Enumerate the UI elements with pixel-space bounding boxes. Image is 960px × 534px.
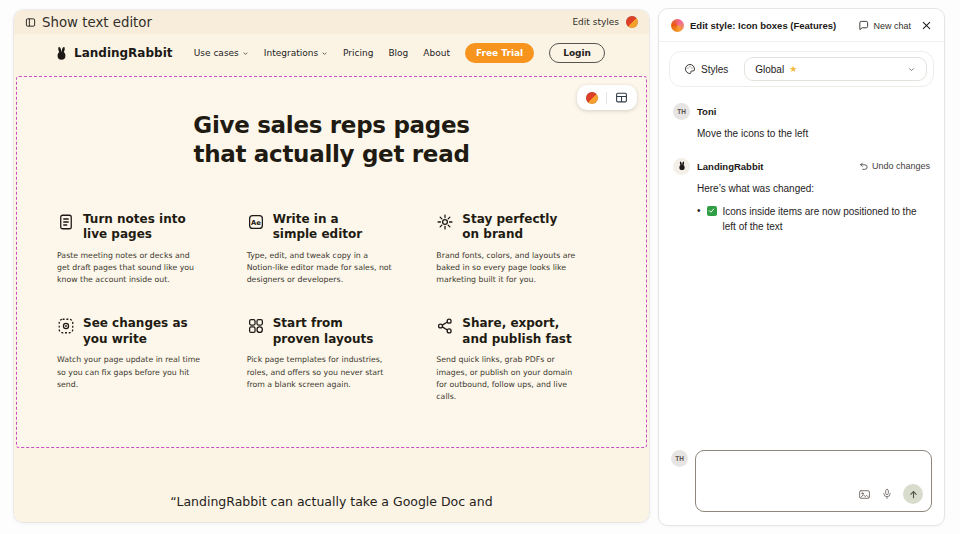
brand-icon <box>436 213 454 231</box>
site-header: LandingRabbit Use cases Integrations Pri… <box>14 34 649 72</box>
chevron-down-icon <box>907 65 916 74</box>
chat-input[interactable] <box>695 450 932 512</box>
style-controls: Styles Global ★ <box>669 51 934 87</box>
section-style-button[interactable] <box>586 92 598 104</box>
feature-description: Watch your page update in real time so y… <box>57 354 205 390</box>
notes-icon <box>57 213 75 231</box>
send-message-button[interactable] <box>903 484 923 504</box>
chevron-down-icon <box>242 50 249 57</box>
section-color-icon <box>586 92 598 104</box>
undo-changes-label: Undo changes <box>872 161 930 171</box>
features-grid: Turn notes into live pages Paste meeting… <box>17 212 646 403</box>
feature-card: Turn notes into live pages Paste meeting… <box>57 212 205 286</box>
nav-item-use-cases[interactable]: Use cases <box>194 48 249 58</box>
user-name: Toni <box>697 106 716 117</box>
panel-header: Edit style: Icon boxes (Features) New ch… <box>659 9 944 42</box>
chat-message-assistant: LandingRabbit Undo changes Here’s what w… <box>673 158 930 235</box>
free-trial-button[interactable]: Free Trial <box>465 43 534 63</box>
styles-button[interactable]: Styles <box>676 58 736 80</box>
close-panel-button[interactable] <box>921 20 932 31</box>
feature-description: Brand fonts, colors, and layouts are bak… <box>436 250 584 286</box>
site-preview: LandingRabbit Use cases Integrations Pri… <box>14 34 649 522</box>
user-avatar: TH <box>671 450 688 467</box>
theme-color-icon[interactable] <box>626 16 638 28</box>
nav-item-blog[interactable]: Blog <box>388 48 408 58</box>
hero-title-line1: Give sales reps pages <box>17 111 646 140</box>
change-item-text: Icons inside items are now positioned to… <box>723 204 930 234</box>
feature-title: Turn notes into live pages <box>83 212 191 243</box>
section-layout-button[interactable] <box>615 91 628 104</box>
nav-item-about[interactable]: About <box>423 48 450 58</box>
attach-image-button[interactable] <box>858 488 871 501</box>
panel-title: Edit style: Icon boxes (Features) <box>690 20 852 31</box>
feature-card: See changes as you write Watch your page… <box>57 316 205 403</box>
feature-description: Pick page templates for industries, role… <box>247 354 395 390</box>
new-chat-button[interactable]: New chat <box>858 20 911 31</box>
chat-bubble-icon <box>858 20 869 31</box>
scope-value: Global <box>755 64 784 75</box>
layout-grid-icon <box>615 91 628 104</box>
feature-card: Share, export, and publish fast Send qui… <box>436 316 584 403</box>
app-window: Show text editor Edit styles LandingRabb… <box>0 0 960 534</box>
image-icon <box>858 488 871 501</box>
composer-actions <box>858 484 923 504</box>
edit-styles-button[interactable]: Edit styles <box>572 17 619 27</box>
undo-changes-button[interactable]: Undo changes <box>859 161 930 171</box>
feature-description: Paste meeting notes or decks and get dra… <box>57 250 205 286</box>
hero-title: Give sales reps pages that actually get … <box>17 111 646 170</box>
feature-title: Start from proven layouts <box>273 316 381 347</box>
svg-text:Ae: Ae <box>251 219 261 227</box>
editor-canvas: Show text editor Edit styles LandingRabb… <box>14 10 649 522</box>
show-text-editor-label: Show text editor <box>42 15 152 30</box>
selected-section-icon-boxes[interactable]: Give sales reps pages that actually get … <box>16 76 647 448</box>
new-chat-label: New chat <box>873 21 911 31</box>
arrow-up-icon <box>908 489 919 500</box>
site-logo-label: LandingRabbit <box>74 46 173 60</box>
voice-input-button[interactable] <box>881 488 893 500</box>
style-chat-panel: Edit style: Icon boxes (Features) New ch… <box>658 8 945 526</box>
hero-title-line2: that actually get read <box>17 140 646 169</box>
assistant-name: LandingRabbit <box>697 161 764 172</box>
feature-title: See changes as you write <box>83 316 191 347</box>
chat-message-user: TH Toni Move the icons to the left <box>673 103 930 142</box>
close-icon <box>921 20 932 31</box>
rabbit-logo-icon <box>54 46 69 61</box>
style-brand-icon <box>671 19 684 32</box>
layouts-icon <box>247 317 265 335</box>
section-toolbar <box>577 85 637 110</box>
change-list-item: • Icons inside items are now positioned … <box>697 204 930 234</box>
chevron-down-icon <box>321 50 328 57</box>
editor-icon: Ae <box>247 213 265 231</box>
feature-title: Share, export, and publish fast <box>462 316 584 347</box>
rabbit-logo-icon <box>677 161 687 171</box>
change-summary-intro: Here’s what was changed: <box>697 182 930 197</box>
show-text-editor-button[interactable]: Show text editor <box>25 15 152 30</box>
feature-card: Start from proven layouts Pick page temp… <box>247 316 395 403</box>
feature-description: Send quick links, grab PDFs or images, o… <box>436 354 584 402</box>
check-icon <box>707 206 717 216</box>
login-button[interactable]: Login <box>549 43 605 63</box>
assistant-message: Here’s what was changed: • Icons inside … <box>697 182 930 235</box>
toolbar-divider <box>606 92 607 104</box>
assistant-avatar <box>673 158 690 175</box>
feature-title: Stay perfectly on brand <box>462 212 570 243</box>
bullet-marker: • <box>697 204 701 234</box>
share-icon <box>436 317 454 335</box>
user-avatar: TH <box>673 103 690 120</box>
editor-topbar: Show text editor Edit styles <box>14 10 649 34</box>
palette-icon <box>684 63 696 75</box>
sidebar-toggle-icon <box>25 17 36 28</box>
site-nav: Use cases Integrations Pricing Blog Abou… <box>194 43 605 63</box>
feature-description: Type, edit, and tweak copy in a Notion-l… <box>247 250 395 286</box>
undo-icon <box>859 161 869 171</box>
chat-composer: TH <box>659 450 944 525</box>
testimonial-quote: “LandingRabbit can actually take a Googl… <box>14 494 649 522</box>
chat-messages: TH Toni Move the icons to the left Landi… <box>659 91 944 450</box>
star-icon: ★ <box>789 65 797 74</box>
style-scope-select[interactable]: Global ★ <box>744 57 927 81</box>
nav-item-integrations[interactable]: Integrations <box>264 48 328 58</box>
styles-label: Styles <box>701 64 728 75</box>
feature-card: Stay perfectly on brand Brand fonts, col… <box>436 212 584 286</box>
nav-item-pricing[interactable]: Pricing <box>343 48 373 58</box>
site-logo[interactable]: LandingRabbit <box>54 46 173 61</box>
